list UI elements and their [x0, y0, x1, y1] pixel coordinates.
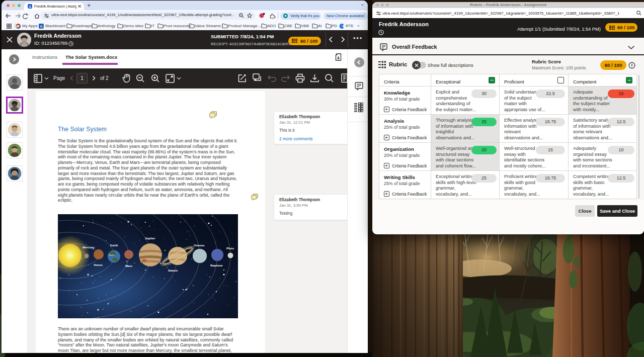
svg-text:Earth: Earth: [110, 243, 118, 247]
svg-text:Venus: Venus: [94, 263, 103, 266]
svg-text:Uranus: Uranus: [194, 243, 205, 247]
svg-text:Neptune: Neptune: [210, 263, 223, 267]
svg-text:Jupiter: Jupiter: [145, 236, 155, 240]
svg-text:Pluto: Pluto: [226, 246, 234, 250]
svg-text:Mars: Mars: [125, 264, 133, 267]
svg-text:Saturn: Saturn: [168, 269, 178, 272]
svg-text:A: A: [29, 5, 31, 9]
svg-text:Mercury: Mercury: [83, 245, 95, 249]
